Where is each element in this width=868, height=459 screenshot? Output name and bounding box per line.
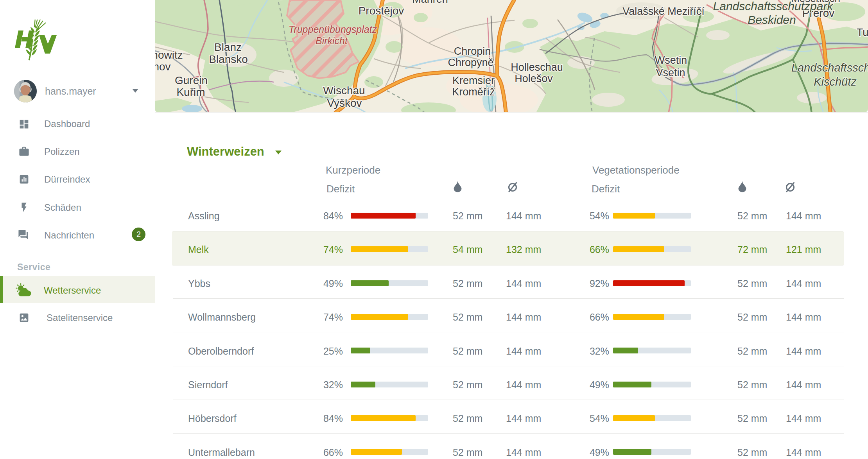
svg-text:Prostějov: Prostějov — [359, 5, 404, 17]
svg-text:Chropyně: Chropyně — [448, 57, 493, 68]
svg-text:Holleschau: Holleschau — [511, 61, 563, 73]
svg-text:Blanz: Blanz — [214, 41, 242, 53]
svg-text:Kuřim: Kuřim — [176, 86, 205, 98]
svg-text:Blansko: Blansko — [209, 53, 248, 65]
svg-text:Chropin: Chropin — [454, 45, 491, 57]
svg-text:Birkicht: Birkicht — [316, 35, 348, 46]
svg-text:howitz: howitz — [155, 49, 183, 61]
svg-text:Truppenübungsplatz: Truppenübungsplatz — [289, 24, 377, 35]
svg-text:Wischau: Wischau — [323, 84, 365, 97]
svg-text:Vsetin: Vsetin — [656, 67, 685, 79]
svg-text:nov: nov — [155, 61, 171, 73]
svg-text:Vyškov: Vyškov — [327, 97, 362, 109]
svg-text:Landschaftsschutzge: Landschaftsschutzge — [791, 61, 868, 74]
svg-text:Mähren: Mähren — [412, 0, 448, 5]
svg-text:Beskiden: Beskiden — [748, 13, 796, 26]
svg-text:Landschaftsschutzpark: Landschaftsschutzpark — [713, 0, 834, 13]
svg-text:Kroměříž: Kroměříž — [452, 86, 495, 98]
svg-text:Kischütz: Kischütz — [814, 75, 857, 88]
svg-text:Tu: Tu — [857, 27, 868, 38]
svg-text:Holešov: Holešov — [515, 73, 553, 84]
svg-text:Gurein: Gurein — [175, 74, 208, 86]
svg-text:Kremsier: Kremsier — [452, 75, 495, 86]
svg-text:Wsetin: Wsetin — [655, 54, 687, 66]
svg-text:Valašské Meziříčí: Valašské Meziříčí — [622, 5, 705, 17]
